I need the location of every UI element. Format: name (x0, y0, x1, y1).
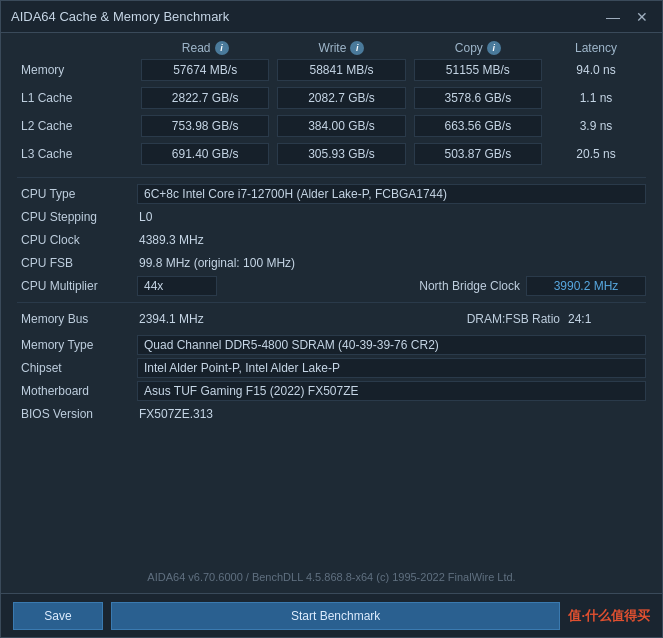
bios-label: BIOS Version (17, 407, 137, 421)
memory-bus-value: 2394.1 MHz (137, 312, 436, 326)
cpu-multiplier-label: CPU Multiplier (17, 279, 137, 293)
l2-latency: 3.9 ns (546, 119, 646, 133)
memory-latency: 94.0 ns (546, 63, 646, 77)
bottom-bar: Save Start Benchmark 值·什么值得买 (1, 593, 662, 637)
nb-clock-value: 3990.2 MHz (526, 276, 646, 296)
dram-ratio-label: DRAM:FSB Ratio (436, 312, 566, 326)
l1-label: L1 Cache (17, 91, 137, 105)
motherboard-label: Motherboard (17, 384, 137, 398)
header-write: Write i (273, 41, 409, 55)
cpu-multiplier-value: 44x (137, 276, 217, 296)
chipset-label: Chipset (17, 361, 137, 375)
l1-read: 2822.7 GB/s (141, 87, 269, 109)
cpu-clock-label: CPU Clock (17, 233, 137, 247)
title-bar: AIDA64 Cache & Memory Benchmark — ✕ (1, 1, 662, 33)
close-button[interactable]: ✕ (632, 10, 652, 24)
divider-1 (17, 177, 646, 178)
save-button[interactable]: Save (13, 602, 103, 630)
memory-type-value: Quad Channel DDR5-4800 SDRAM (40-39-39-7… (137, 335, 646, 355)
cpu-stepping-row: CPU Stepping L0 (17, 207, 646, 227)
l3-write: 305.93 GB/s (277, 143, 405, 165)
header-read: Read i (137, 41, 273, 55)
l3-copy: 503.87 GB/s (414, 143, 542, 165)
cpu-fsb-value: 99.8 MHz (original: 100 MHz) (137, 256, 646, 270)
cpu-type-value: 6C+8c Intel Core i7-12700H (Alder Lake-P… (137, 184, 646, 204)
bios-row: BIOS Version FX507ZE.313 (17, 404, 646, 424)
logo-area: 值·什么值得买 (568, 607, 650, 625)
nb-clock-label: North Bridge Clock (376, 279, 526, 293)
cpu-stepping-label: CPU Stepping (17, 210, 137, 224)
column-headers: Read i Write i Copy i Latency (17, 41, 646, 55)
l1-row: L1 Cache 2822.7 GB/s 2082.7 GB/s 3578.6 … (17, 87, 646, 109)
memory-bus-label: Memory Bus (17, 312, 137, 326)
l1-latency: 1.1 ns (546, 91, 646, 105)
cpu-fsb-row: CPU FSB 99.8 MHz (original: 100 MHz) (17, 253, 646, 273)
dram-ratio-value: 24:1 (566, 312, 646, 326)
memory-info-section: Memory Bus 2394.1 MHz DRAM:FSB Ratio 24:… (17, 309, 646, 424)
l2-write: 384.00 GB/s (277, 115, 405, 137)
header-latency: Latency (546, 41, 646, 55)
memory-row: Memory 57674 MB/s 58841 MB/s 51155 MB/s … (17, 59, 646, 81)
l1-copy: 3578.6 GB/s (414, 87, 542, 109)
memory-copy: 51155 MB/s (414, 59, 542, 81)
memory-type-row: Memory Type Quad Channel DDR5-4800 SDRAM… (17, 335, 646, 355)
l3-label: L3 Cache (17, 147, 137, 161)
l1-write: 2082.7 GB/s (277, 87, 405, 109)
divider-2 (17, 302, 646, 303)
chipset-value: Intel Alder Point-P, Intel Alder Lake-P (137, 358, 646, 378)
l2-row: L2 Cache 753.98 GB/s 384.00 GB/s 663.56 … (17, 115, 646, 137)
chipset-row: Chipset Intel Alder Point-P, Intel Alder… (17, 358, 646, 378)
l3-row: L3 Cache 691.40 GB/s 305.93 GB/s 503.87 … (17, 143, 646, 165)
content-area: Read i Write i Copy i Latency Memory 576… (1, 33, 662, 593)
memory-write: 58841 MB/s (277, 59, 405, 81)
main-window: AIDA64 Cache & Memory Benchmark — ✕ Read… (0, 0, 663, 638)
cpu-stepping-value: L0 (137, 210, 646, 224)
read-info-icon[interactable]: i (215, 41, 229, 55)
footer-text: AIDA64 v6.70.6000 / BenchDLL 4.5.868.8-x… (17, 565, 646, 585)
cpu-type-row: CPU Type 6C+8c Intel Core i7-12700H (Ald… (17, 184, 646, 204)
minimize-button[interactable]: — (602, 10, 624, 24)
l2-read: 753.98 GB/s (141, 115, 269, 137)
cpu-clock-row: CPU Clock 4389.3 MHz (17, 230, 646, 250)
cpu-clock-value: 4389.3 MHz (137, 233, 646, 247)
window-title: AIDA64 Cache & Memory Benchmark (11, 9, 229, 24)
logo-text: 值·什么值得买 (568, 607, 650, 625)
l2-copy: 663.56 GB/s (414, 115, 542, 137)
cpu-multiplier-row: CPU Multiplier 44x North Bridge Clock 39… (17, 276, 646, 296)
write-info-icon[interactable]: i (350, 41, 364, 55)
motherboard-value: Asus TUF Gaming F15 (2022) FX507ZE (137, 381, 646, 401)
bios-value: FX507ZE.313 (137, 407, 646, 421)
memory-type-label: Memory Type (17, 338, 137, 352)
l2-label: L2 Cache (17, 119, 137, 133)
cpu-type-label: CPU Type (17, 187, 137, 201)
memory-bus-row: Memory Bus 2394.1 MHz DRAM:FSB Ratio 24:… (17, 309, 646, 329)
header-copy: Copy i (410, 41, 546, 55)
l3-latency: 20.5 ns (546, 147, 646, 161)
memory-read: 57674 MB/s (141, 59, 269, 81)
start-benchmark-button[interactable]: Start Benchmark (111, 602, 560, 630)
motherboard-row: Motherboard Asus TUF Gaming F15 (2022) F… (17, 381, 646, 401)
memory-label: Memory (17, 63, 137, 77)
cpu-fsb-label: CPU FSB (17, 256, 137, 270)
window-controls: — ✕ (602, 10, 652, 24)
copy-info-icon[interactable]: i (487, 41, 501, 55)
cpu-info-section: CPU Type 6C+8c Intel Core i7-12700H (Ald… (17, 184, 646, 296)
l3-read: 691.40 GB/s (141, 143, 269, 165)
